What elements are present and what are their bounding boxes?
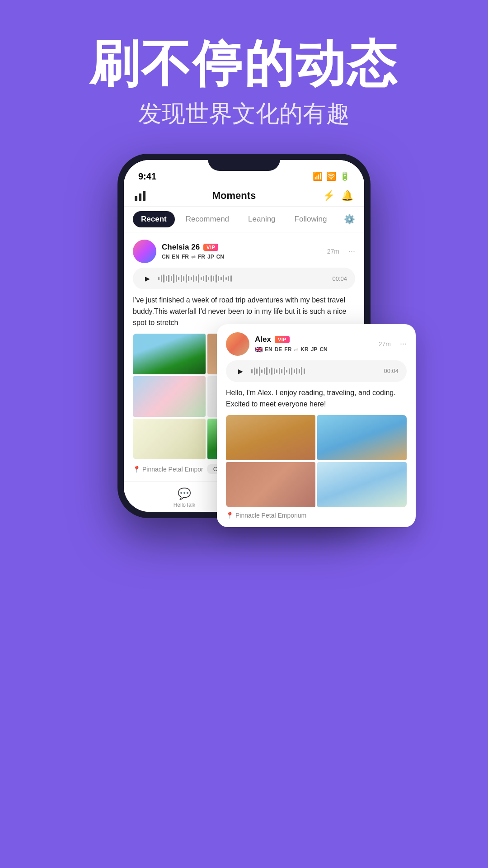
phone-mockup: 9:41 📶 🛜 🔋 Moments ⚡ 🔔 (117, 154, 371, 518)
waveform-chelsia (158, 274, 328, 283)
post-image-4[interactable] (133, 376, 206, 417)
lang-arrow: ⇌ (191, 254, 196, 260)
alex-lang-fr: FR (284, 346, 291, 353)
alex-image-4[interactable] (317, 462, 407, 507)
floating-card: Alex VIP 🇬🇧 EN DE FR ⇌ KR JP CN 27m ··· (217, 324, 416, 528)
user-info-alex: Alex VIP 🇬🇧 EN DE FR ⇌ KR JP CN (255, 335, 373, 353)
play-button-alex[interactable]: ▶ (234, 365, 247, 377)
vip-badge-alex: VIP (275, 336, 290, 343)
hero-section: 刷不停的动态 发现世界文化的有趣 (0, 0, 488, 148)
status-time: 9:41 (138, 171, 156, 182)
lang-cn: CN (162, 254, 169, 260)
vip-badge-chelsia: VIP (203, 244, 218, 251)
tabs-bar: Recent Recommend Leaning Following ⚙️ (124, 207, 364, 232)
bell-icon[interactable]: 🔔 (341, 190, 353, 202)
pin-icon-alex: 📍 (226, 512, 234, 519)
location-text-chelsia: Pinnacle Petal Empor (142, 466, 203, 473)
user-info-chelsia: Chelsia 26 VIP CN EN FR ⇌ FR JP CN (162, 243, 322, 260)
lang-fr: FR (182, 254, 189, 260)
hero-title: 刷不停的动态 (0, 36, 488, 91)
alex-lang-de: DE (275, 346, 282, 353)
tab-leaning[interactable]: Leaning (240, 211, 284, 227)
audio-player-chelsia[interactable]: ▶ 00:04 (133, 268, 355, 289)
post-header-1: Chelsia 26 VIP CN EN FR ⇌ FR JP CN (133, 240, 355, 263)
lang-flags-alex: 🇬🇧 EN DE FR ⇌ KR JP CN (255, 346, 373, 353)
alex-lang-cn: CN (319, 346, 327, 353)
post-text-chelsia: I've just finished a week of road trip a… (133, 295, 355, 328)
post-time-chelsia: 27m (327, 248, 339, 255)
chat-icon: 💬 (178, 487, 191, 500)
bar-chart-icon[interactable] (135, 191, 145, 201)
lang-fr2: FR (198, 254, 205, 260)
username-row-alex: Alex VIP (255, 335, 373, 344)
image-grid-alex (226, 415, 407, 507)
status-icons: 📶 🛜 🔋 (313, 171, 350, 181)
alex-image-3[interactable] (226, 462, 315, 507)
lang-cn2: CN (216, 254, 224, 260)
username-alex: Alex (255, 335, 271, 344)
alex-lang-arrow: ⇌ (294, 346, 298, 353)
lang-flags-chelsia: CN EN FR ⇌ FR JP CN (162, 254, 322, 260)
app-header: Moments ⚡ 🔔 (124, 184, 364, 207)
notch (208, 154, 280, 171)
lightning-icon[interactable]: ⚡ (323, 190, 335, 202)
post-more-alex[interactable]: ··· (400, 339, 407, 349)
audio-time-chelsia: 00:04 (332, 275, 347, 282)
post-text-alex: Hello, I'm Alex. I enjoy reading, travel… (226, 387, 407, 410)
nav-hellotalk[interactable]: 💬 HelloTalk (174, 487, 196, 508)
lang-jp: JP (207, 254, 214, 260)
alex-lang-jp: JP (311, 346, 318, 353)
audio-player-alex[interactable]: ▶ 00:04 (226, 360, 407, 382)
post-header-alex: Alex VIP 🇬🇧 EN DE FR ⇌ KR JP CN 27m ··· (226, 332, 407, 356)
username-chelsia: Chelsia 26 (162, 243, 200, 252)
location-alex: 📍 Pinnacle Petal Emporium (226, 512, 407, 519)
location-chelsia: 📍 Pinnacle Petal Empor (133, 466, 203, 473)
hero-subtitle: 发现世界文化的有趣 (0, 98, 488, 130)
post-image-1[interactable] (133, 334, 206, 374)
avatar-chelsia[interactable] (133, 240, 156, 263)
lang-en: EN (172, 254, 179, 260)
alex-image-1[interactable] (226, 415, 315, 460)
post-image-7[interactable] (133, 419, 206, 459)
signal-icon: 📶 (313, 171, 323, 181)
post-time-alex: 27m (379, 340, 391, 348)
tab-following[interactable]: Following (286, 211, 335, 227)
nav-hellotalk-label: HelloTalk (174, 502, 196, 508)
battery-icon: 🔋 (340, 171, 350, 181)
wifi-icon: 🛜 (326, 171, 336, 181)
header-actions: ⚡ 🔔 (323, 190, 353, 202)
post-more-chelsia[interactable]: ··· (348, 247, 355, 256)
avatar-alex[interactable] (226, 332, 249, 356)
tab-recommend[interactable]: Recommend (178, 211, 237, 227)
username-row-chelsia: Chelsia 26 VIP (162, 243, 322, 252)
alex-lang-en: EN (265, 346, 272, 353)
play-button-chelsia[interactable]: ▶ (141, 272, 154, 285)
waveform-alex (251, 366, 379, 376)
pin-icon: 📍 (133, 466, 141, 473)
alex-image-2[interactable] (317, 415, 407, 460)
filter-icon[interactable]: ⚙️ (344, 214, 355, 225)
uk-flag: 🇬🇧 (255, 346, 263, 353)
audio-time-alex: 00:04 (384, 368, 399, 374)
alex-lang-kr: KR (300, 346, 308, 353)
tab-recent[interactable]: Recent (133, 211, 175, 227)
location-text-alex: Pinnacle Petal Emporium (235, 512, 306, 519)
header-title: Moments (145, 190, 323, 202)
